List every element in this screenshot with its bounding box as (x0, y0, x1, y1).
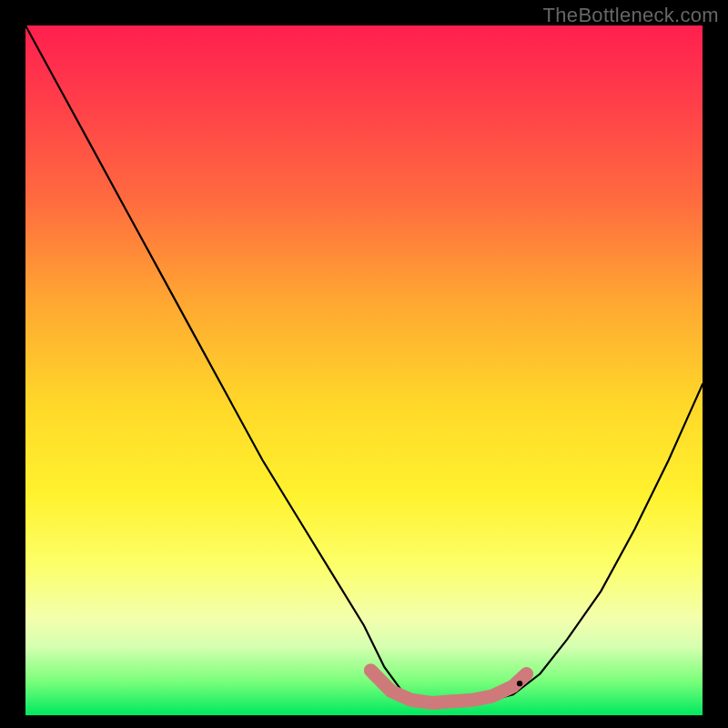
watermark-text: TheBottleneck.com (543, 4, 719, 27)
plot-area (25, 25, 703, 715)
chart-frame: TheBottleneck.com (0, 0, 728, 728)
curve-marker-dot (517, 681, 522, 686)
bottleneck-curve (25, 25, 703, 705)
chart-svg (25, 25, 703, 715)
pink-floor-highlight (370, 671, 526, 703)
